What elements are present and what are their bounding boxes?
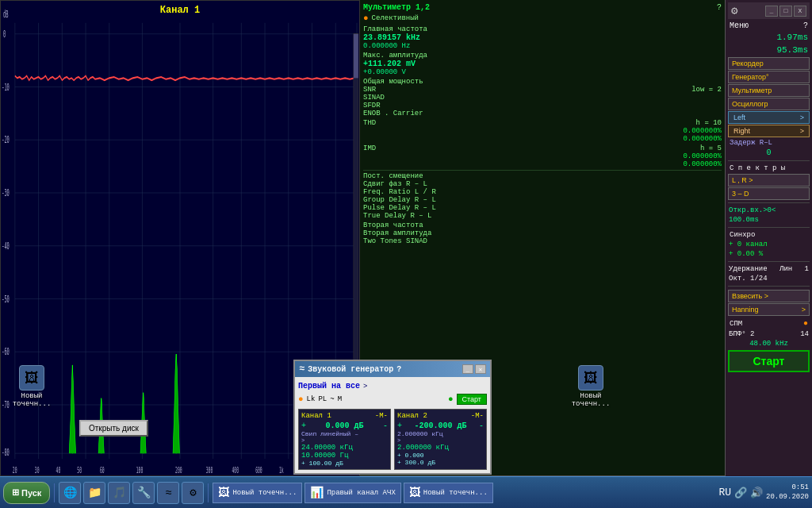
taskbar-gear-icon[interactable]: ⚙: [182, 482, 204, 504]
hanning-label: Hanning: [732, 306, 759, 314]
svg-text:60: 60: [100, 465, 105, 475]
second-amp-label: Вторая амплитуда: [363, 229, 722, 237]
oscilloscope-button[interactable]: Осциллогр: [728, 98, 810, 110]
left-label: Left: [733, 114, 745, 121]
gen-start-btn[interactable]: Старт: [457, 394, 487, 405]
gen-channel-2: Канал 2 -M- + -200.000 дБ - 2.000000 кГц…: [394, 409, 487, 470]
gen-tilde: ~: [330, 395, 334, 403]
sync-channel: + 0 канал: [728, 240, 810, 249]
tray-lang-icon[interactable]: RU: [718, 487, 731, 498]
hanning-button[interactable]: Hanning >: [728, 303, 810, 316]
clock-time: 0:51: [766, 483, 809, 493]
right-channel-button[interactable]: Right >: [728, 125, 810, 137]
far-right-panel: ⚙ _ □ X Меню ? 1.97ms 95.3ms Рекордер Ге…: [725, 0, 812, 476]
gen-minimize-btn[interactable]: _: [462, 364, 473, 374]
time-display-2: 95.3ms: [728, 44, 810, 56]
left-channel-button[interactable]: Left >: [728, 111, 810, 124]
system-tray: RU 🔗 🔊 0:51 20.09.2020: [718, 483, 809, 502]
generator-button[interactable]: Генератор°: [728, 71, 810, 83]
spectra-lr-button[interactable]: L , R >: [728, 174, 810, 187]
gen-ch2-type-arrow[interactable]: >: [397, 437, 484, 444]
svg-text:50: 50: [77, 465, 82, 475]
start-menu-button[interactable]: ⊞ Пуск: [3, 482, 50, 504]
pulse-delay-label: Pulse Delay R – L: [363, 204, 722, 212]
gen-title-q: ?: [396, 365, 401, 374]
gen-wave-icon: ≈: [299, 364, 304, 375]
sync-label: Синхро: [728, 230, 810, 240]
gen-ch1-freq2: 10.00000 Гц: [301, 452, 388, 460]
close-button[interactable]: X: [794, 6, 806, 17]
gen-start-indicator: ●: [448, 394, 454, 404]
desktop-icon-new1[interactable]: 🖼 Новыйточечн...: [8, 365, 56, 408]
gen-ch1-minus[interactable]: -: [383, 421, 388, 430]
gen-ch1-plus[interactable]: +: [301, 421, 306, 430]
thd-percent1: 0.000000%: [363, 127, 722, 135]
threshold-label: Откр.вх.>0<: [728, 206, 810, 215]
start-button[interactable]: Старт: [728, 350, 810, 372]
sfdr-label: SFDR: [363, 102, 722, 110]
tray-network-icon[interactable]: 🔗: [734, 487, 747, 499]
taskbar-media-icon[interactable]: 🎵: [108, 482, 130, 504]
system-clock[interactable]: 0:51 20.09.2020: [766, 483, 809, 502]
svg-text:-20: -20: [2, 134, 10, 145]
spm-row: СПМ ●: [728, 318, 810, 329]
gen-subtitle-arrow: >: [363, 383, 367, 391]
taskbar-app-3[interactable]: 🖼 Новый точечн...: [404, 483, 493, 503]
sync-percent: + 0.00 %: [728, 249, 810, 259]
gen-ch2-minus[interactable]: -: [479, 421, 484, 430]
taskbar-ie-icon[interactable]: 🌐: [59, 482, 81, 504]
delay-value: 0: [728, 148, 810, 158]
main-freq-label: Главная частота: [363, 25, 722, 33]
svg-text:-50: -50: [2, 293, 10, 304]
open-disc-button[interactable]: Открыть диск: [79, 420, 148, 437]
weight-button[interactable]: Взвесить >: [728, 290, 810, 302]
gen-ch2-plus[interactable]: +: [397, 421, 402, 430]
taskbar-wave-icon[interactable]: ≈: [157, 482, 179, 504]
svg-text:-40: -40: [2, 240, 10, 251]
hold-label: Удержание: [729, 265, 768, 273]
menu-label: Меню: [730, 21, 749, 30]
taskbar-separator-1: [54, 483, 55, 502]
bpf-value: 14: [800, 330, 809, 338]
thd-percent2: 0.000000%: [363, 135, 722, 143]
desktop-icon-label-2: Новыйточечн...: [572, 392, 611, 408]
thd-label: THD: [363, 119, 376, 127]
gen-ch1-type-arrow[interactable]: >: [301, 437, 388, 444]
mode-indicator: ●: [363, 13, 369, 23]
imd-percent2: 0.000000%: [363, 160, 722, 168]
gen-ch1-type: Свип линейный –: [301, 430, 388, 437]
generator-title-bar: ≈ Звуковой генератор ? _ ✕: [295, 361, 490, 377]
weight-section: Взвесить > Hanning >: [728, 286, 810, 316]
generator-window: ≈ Звуковой генератор ? _ ✕ Первый на все…: [293, 360, 492, 475]
gen-close-btn[interactable]: ✕: [475, 364, 486, 374]
desktop-icon-img-2: 🖼: [578, 365, 603, 391]
minimize-button[interactable]: _: [765, 6, 778, 17]
gen-pl: PL: [318, 395, 327, 403]
menu-row[interactable]: Меню ?: [728, 21, 810, 31]
bpf-freq: 48.00 kHz: [728, 339, 810, 348]
multimeter-button[interactable]: Мультиметр: [728, 84, 810, 97]
svg-text:-80: -80: [2, 446, 10, 457]
taskbar-app1-label: Новый точечн...: [232, 489, 297, 497]
tray-audio-icon[interactable]: 🔊: [750, 487, 763, 499]
desktop-icon-new2[interactable]: 🖼 Новыйточечн...: [567, 365, 615, 408]
panel-logo-icon: ⚙: [731, 4, 737, 17]
taskbar-app2-icon[interactable]: 🔧: [132, 482, 155, 504]
taskbar-separator-2: [208, 483, 209, 502]
taskbar-app-1[interactable]: 🖼 Новый точечн...: [213, 483, 302, 503]
taskbar-app3-label: Новый точечн...: [423, 489, 488, 497]
taskbar-app2-icon2: 📊: [310, 486, 324, 499]
recorder-button[interactable]: Рекордер: [728, 57, 810, 70]
maximize-button[interactable]: □: [779, 6, 792, 17]
sinad-label: SINAD: [363, 94, 722, 102]
gen-channel-1: Канал 1 -M- + 0.000 дБ - Свип линейный –…: [298, 409, 391, 470]
dc-offset-label: Пост. смещение: [363, 170, 722, 180]
spectra-3d-button[interactable]: 3 – D: [728, 187, 810, 200]
main-freq-hz: 0.000000 Hz: [363, 42, 722, 50]
svg-text:600: 600: [255, 465, 262, 475]
lin-value: 1: [805, 265, 809, 273]
taskbar-app-2[interactable]: 📊 Правый канал АЧХ: [304, 483, 400, 503]
taskbar-folder-icon[interactable]: 📁: [83, 482, 105, 504]
gen-ch1-header: Канал 1 -M-: [301, 412, 388, 420]
multimeter-help[interactable]: ?: [717, 3, 722, 12]
